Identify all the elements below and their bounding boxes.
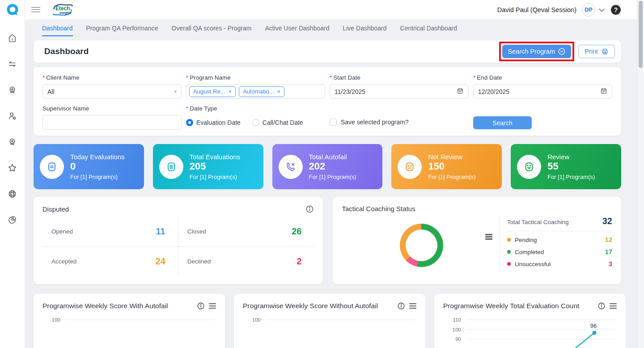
chart-menu-icon[interactable] <box>610 303 617 309</box>
search-button[interactable]: Search <box>473 116 532 129</box>
badge-star-icon-2[interactable] <box>7 136 18 148</box>
stat-card-not-review: Not Review 150 For [1] Program(s) <box>391 144 502 189</box>
program-name-field: *Program Name August Re... × Automatio..… <box>186 74 325 99</box>
star-icon[interactable] <box>7 162 18 174</box>
disputed-opened: Opened 11 <box>42 217 178 247</box>
info-icon[interactable] <box>197 302 205 310</box>
sidebar-nav <box>7 32 18 225</box>
sad-face-icon <box>398 155 422 179</box>
line-series <box>562 333 594 348</box>
program-chip[interactable]: August Re... × <box>189 86 236 97</box>
legend-dot <box>507 238 511 242</box>
clipboard-list-icon <box>40 155 64 179</box>
tactical-donut-chart <box>400 224 443 267</box>
client-name-field: *Client Name All ▾ <box>42 74 182 99</box>
info-icon[interactable] <box>397 302 405 310</box>
search-program-label: Search Program <box>508 48 555 55</box>
top-header: Etech Insights David Paul (Qeval Session… <box>25 0 637 20</box>
scrollbar-thumb[interactable] <box>639 1 643 68</box>
close-icon[interactable]: × <box>229 89 232 94</box>
legend-dot <box>507 250 511 254</box>
user-gear-icon[interactable] <box>7 110 18 122</box>
dashboard-tabs: Dashboard Program QA Performance Overall… <box>34 25 621 36</box>
end-date-input[interactable]: 12/20/2025 <box>473 84 612 99</box>
phone-x-icon <box>279 155 303 179</box>
print-button[interactable]: Print <box>578 45 615 58</box>
page-title-bar: Dashboard Search Program Print <box>34 40 621 63</box>
stat-card-review: Review 55 For [1] Program(s) <box>511 144 621 189</box>
calendar-icon[interactable] <box>457 87 464 96</box>
radio-call-chat-date[interactable]: Call/Chat Date <box>252 119 303 126</box>
tab-centrical-dashboard[interactable]: Centrical Dashboard <box>400 25 458 36</box>
radio-unselected-icon[interactable] <box>252 119 259 126</box>
info-icon[interactable] <box>305 205 314 213</box>
svg-text:110: 110 <box>453 317 461 323</box>
tab-overall-qa-scores[interactable]: Overall QA scores - Program <box>172 25 252 36</box>
chart-menu-icon[interactable] <box>409 303 416 309</box>
info-icon[interactable] <box>597 302 606 310</box>
client-name-select[interactable]: All ▾ <box>42 84 182 99</box>
data-point-label: 96 <box>590 323 597 329</box>
program-chip[interactable]: Automatio... × <box>239 86 284 97</box>
chart-weekly-score-without-autofail: Programwise Weekly Score Without Autofai… <box>234 294 425 348</box>
tactical-legend: Total Tactical Coaching 32 Pending 12 Co… <box>500 215 612 271</box>
client-name-value: All <box>47 88 55 95</box>
line-chart-canvas: 100 <box>243 314 416 348</box>
happy-face-icon <box>517 155 541 179</box>
supervisor-name-input[interactable] <box>47 119 177 126</box>
chart-menu-icon[interactable] <box>485 234 492 240</box>
save-program-field: Save selected program? <box>330 104 469 130</box>
end-date-field: *End Date 12/20/2025 <box>473 74 612 99</box>
chart-weekly-score-with-autofail: Programwise Weekly Score With Autofail 1… <box>34 294 225 348</box>
calendar-icon[interactable] <box>600 87 607 96</box>
line-chart-canvas: 100 <box>42 314 216 348</box>
pie-chart-icon[interactable] <box>7 214 18 225</box>
stat-cards-row: Today Evaluations 0 For [1] Program(s) T… <box>34 144 621 189</box>
svg-text:100: 100 <box>252 317 261 323</box>
svg-text:100: 100 <box>453 327 461 332</box>
globe-icon[interactable] <box>7 188 18 199</box>
search-action: Search <box>473 104 612 130</box>
user-name: David Paul (Qeval Session) <box>497 6 576 13</box>
qeval-q-logo[interactable] <box>0 0 25 20</box>
tactical-title: Tactical Coaching Status <box>342 205 415 212</box>
data-point[interactable] <box>593 331 597 335</box>
start-date-field: *Start Date 11/23/2025 <box>330 74 469 99</box>
tab-dashboard[interactable]: Dashboard <box>42 25 73 36</box>
stat-card-today-evaluations: Today Evaluations 0 For [1] Program(s) <box>34 144 144 189</box>
main-content: Dashboard Program QA Performance Overall… <box>25 20 630 348</box>
stat-card-total-autofail: Total Autofail 202 For [1] Program(s) <box>272 144 383 189</box>
transfer-arrows-icon[interactable] <box>7 58 18 70</box>
radio-selected-icon[interactable] <box>186 119 193 126</box>
menu-toggle-icon[interactable] <box>31 6 41 13</box>
start-date-input[interactable]: 11/23/2025 <box>330 84 469 99</box>
tab-program-qa-performance[interactable]: Program QA Performance <box>86 25 158 36</box>
svg-text:90: 90 <box>455 336 461 342</box>
home-icon[interactable] <box>7 32 18 44</box>
printer-icon <box>601 48 609 55</box>
tab-live-dashboard[interactable]: Live Dashboard <box>343 25 386 36</box>
supervisor-name-field: Supervisor Name <box>42 104 182 130</box>
clipboard-list-icon <box>159 155 183 179</box>
disputed-accepted: Accepted 24 <box>42 247 178 276</box>
save-program-checkbox[interactable] <box>330 119 337 126</box>
etech-insights-logo: Etech Insights <box>51 3 75 17</box>
avatar[interactable]: DP <box>582 3 595 17</box>
svg-text:Insights: Insights <box>59 11 71 14</box>
program-name-multiselect[interactable]: August Re... × Automatio... × <box>186 84 325 99</box>
close-icon[interactable]: × <box>277 89 281 94</box>
chevron-down-circle-icon <box>558 48 565 55</box>
radio-evaluation-date[interactable]: Evaluation Date <box>186 119 241 126</box>
chart-menu-icon[interactable] <box>209 303 216 309</box>
select-caret-icon: ▾ <box>174 89 177 94</box>
chevron-down-icon[interactable] <box>599 6 605 14</box>
tab-active-user-dashboard[interactable]: Active User Dashboard <box>265 25 330 36</box>
filter-panel: *Client Name All ▾ *Program Name August … <box>34 67 621 136</box>
legend-pending: Pending 12 <box>507 236 612 243</box>
disputed-closed: Closed 26 <box>178 217 314 247</box>
chart-weekly-total-evaluation-count: Programwise Weekly Total Evaluation Coun… <box>434 294 626 348</box>
help-icon[interactable]: ? <box>611 5 621 15</box>
print-label: Print <box>585 48 598 55</box>
badge-star-icon[interactable] <box>7 84 18 96</box>
search-program-button[interactable]: Search Program <box>502 45 572 58</box>
